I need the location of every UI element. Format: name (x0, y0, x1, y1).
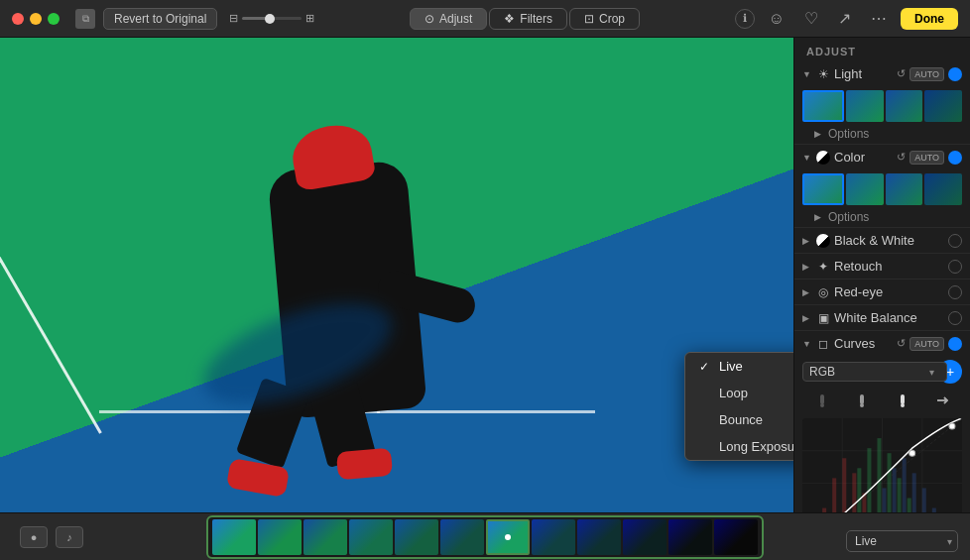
film-thumb-4[interactable] (349, 519, 393, 555)
live-dropdown-popup: ✓ Live Loop Bounce Long Exposure (684, 352, 793, 461)
toggle-curves[interactable] (948, 337, 962, 351)
section-wb-header[interactable]: ▶ ▣ White Balance (794, 305, 970, 330)
light-thumb-3[interactable] (886, 90, 923, 122)
section-redeye-actions (948, 285, 962, 299)
svg-rect-29 (922, 488, 926, 512)
toggle-bw[interactable] (948, 234, 962, 248)
live-option-bounce[interactable]: Bounce (685, 406, 793, 433)
live-option-longexposure[interactable]: Long Exposure (685, 433, 793, 460)
curves-svg (802, 418, 962, 512)
section-color-header[interactable]: ▼ Color ↺ AUTO (794, 145, 970, 169)
svg-point-34 (949, 423, 955, 429)
tab-crop[interactable]: ⊡ Crop (569, 8, 640, 30)
svg-rect-0 (820, 394, 824, 404)
photo-area[interactable]: ✓ Live Loop Bounce Long Exposure (0, 38, 793, 512)
film-thumb-9[interactable] (577, 519, 621, 555)
curves-tools-row (794, 388, 970, 416)
filmstrip-bar: ● ♪ Live Loop Bounce Long Exposure (0, 512, 970, 560)
curves-eyedropper-dark-btn[interactable] (810, 391, 834, 413)
revert-button[interactable]: Revert to Original (103, 8, 217, 30)
crop-icon: ⊡ (584, 12, 594, 26)
color-thumb-2[interactable] (846, 173, 884, 205)
film-thumb-1[interactable] (212, 519, 256, 555)
auto-badge-curves[interactable]: AUTO (909, 337, 944, 351)
heart-button[interactable]: ♡ (798, 7, 824, 30)
film-thumb-5[interactable] (395, 519, 438, 555)
tab-adjust[interactable]: ⊙ Adjust (410, 8, 487, 30)
toggle-wb[interactable] (948, 311, 962, 325)
svg-rect-19 (867, 448, 871, 512)
color-thumb-3[interactable] (886, 173, 923, 205)
color-options[interactable]: ▶ Options (794, 207, 970, 227)
close-button[interactable] (12, 13, 24, 25)
svg-rect-2 (860, 394, 864, 404)
section-light-actions: ↺ AUTO (897, 67, 962, 81)
live-mode-select[interactable]: Live Loop Bounce Long Exposure (846, 530, 958, 552)
section-bw-header[interactable]: ▶ Black & White (794, 228, 970, 253)
film-thumb-7[interactable] (486, 519, 530, 555)
eyedropper-dark-icon (814, 392, 830, 408)
emoji-button[interactable]: ☺ (763, 8, 790, 30)
svg-point-1 (820, 403, 824, 407)
auto-badge-color[interactable]: AUTO (909, 151, 944, 165)
curves-arrows-btn[interactable] (930, 391, 954, 413)
done-button[interactable]: Done (901, 8, 958, 30)
adjust-icon: ⊙ (424, 12, 434, 26)
svg-rect-25 (883, 488, 887, 512)
minimize-button[interactable] (30, 13, 42, 25)
zoom-slider-area[interactable]: ⊟ ⊞ (229, 12, 314, 25)
svg-rect-20 (877, 438, 881, 512)
svg-point-3 (860, 403, 864, 407)
color-thumb-1[interactable] (802, 173, 844, 205)
curves-eyedropper-mid-btn[interactable] (850, 391, 874, 413)
tab-filters-label: Filters (520, 12, 552, 26)
toggle-retouch[interactable] (948, 260, 962, 274)
fullscreen-button[interactable] (48, 13, 60, 25)
film-thumb-2[interactable] (258, 519, 302, 555)
light-thumb-4[interactable] (924, 90, 962, 122)
section-bw-title: Black & White (834, 233, 944, 248)
undo-icon-light[interactable]: ↺ (897, 67, 906, 80)
speaker-icon: ♪ (66, 531, 72, 543)
film-thumb-11[interactable] (668, 519, 712, 555)
section-bw: ▶ Black & White (794, 228, 970, 254)
photo-background (0, 38, 793, 512)
section-redeye-header[interactable]: ▶ ◎ Red-eye (794, 280, 970, 304)
right-panel: ADJUST ▼ ☀ Light ↺ AUTO ▶ Opt (793, 38, 970, 512)
section-light-header[interactable]: ▼ ☀ Light ↺ AUTO (794, 61, 970, 86)
toggle-redeye[interactable] (948, 285, 962, 299)
film-thumb-8[interactable] (532, 519, 575, 555)
film-thumb-10[interactable] (623, 519, 667, 555)
film-thumb-12[interactable] (714, 519, 758, 555)
live-option-bounce-label: Bounce (719, 412, 763, 427)
toggle-light[interactable] (948, 67, 962, 81)
film-thumb-6[interactable] (440, 519, 484, 555)
toggle-color[interactable] (948, 151, 962, 165)
curves-chart[interactable] (802, 418, 962, 512)
live-option-loop[interactable]: Loop (685, 380, 793, 406)
info-button[interactable]: ℹ (735, 9, 755, 29)
section-curves-header[interactable]: ▼ ◻ Curves ↺ AUTO (794, 331, 970, 356)
audio-button[interactable]: ♪ (56, 526, 83, 548)
section-redeye-title: Red-eye (834, 284, 944, 299)
curves-eyedropper-light-btn[interactable] (891, 391, 914, 413)
live-indicator-button[interactable]: ● (20, 526, 48, 548)
light-thumb-2[interactable] (846, 90, 884, 122)
film-thumb-3[interactable] (303, 519, 347, 555)
share-button[interactable]: ↗ (832, 7, 857, 30)
color-thumb-4[interactable] (924, 173, 962, 205)
auto-badge-light[interactable]: AUTO (909, 67, 944, 81)
rgb-channel-select[interactable]: RGB Red Green Blue Luminance (802, 362, 947, 382)
live-option-live[interactable]: ✓ Live (685, 353, 793, 380)
section-retouch-header[interactable]: ▶ ✦ Retouch (794, 254, 970, 279)
live-option-longexposure-label: Long Exposure (719, 439, 793, 454)
tab-filters[interactable]: ❖ Filters (489, 8, 567, 30)
undo-icon-curves[interactable]: ↺ (897, 337, 906, 350)
light-thumb-1[interactable] (802, 90, 844, 122)
svg-rect-23 (908, 499, 911, 513)
light-options[interactable]: ▶ Options (794, 124, 970, 144)
chevron-right-icon-redeye: ▶ (802, 287, 812, 297)
undo-icon-color[interactable]: ↺ (897, 151, 906, 164)
zoom-slider[interactable] (242, 17, 302, 20)
more-button[interactable]: ⋯ (865, 7, 893, 30)
